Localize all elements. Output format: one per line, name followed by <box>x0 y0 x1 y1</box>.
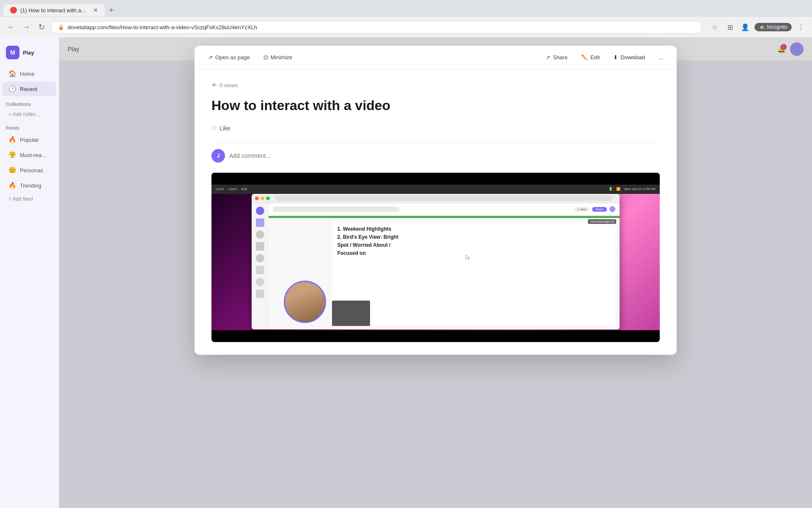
active-tab[interactable]: (1) How to interact with a vide... ✕ <box>3 4 105 16</box>
video-text-line-2: 2. Bird's Eye View: Bright <box>337 233 610 241</box>
video-frame[interactable]: Loom Learn Edit 🔋 📶 Wed Jun 22 4:39 PM <box>211 173 660 342</box>
edit-button[interactable]: ✏️ Edit <box>576 52 605 63</box>
loom-nav-icon-3 <box>256 242 264 251</box>
modal-overlay[interactable]: ↗ Open as page ⊡ Minimize ↗ Share ✏️ <box>59 37 812 508</box>
sidebar-item-mustread-label: Must-rea... <box>20 152 46 158</box>
view-count-text: 1 view <box>578 208 586 211</box>
add-collection-label: + Add collec... <box>8 111 40 117</box>
new-tab-button[interactable]: + <box>107 5 116 16</box>
views-text: 0 views <box>219 82 238 88</box>
minimize-dot <box>261 196 264 200</box>
loom-search-bar <box>273 207 400 212</box>
minimize-icon: ⊡ <box>263 54 268 61</box>
loom-share-badge: Share <box>592 207 607 212</box>
video-container: Loom Learn Edit 🔋 📶 Wed Jun 22 4:39 PM <box>211 173 660 342</box>
sidebar-item-home[interactable]: 🏠 Home <box>3 66 56 81</box>
lock-icon: 🔒 <box>58 24 64 30</box>
loom-nav-icon-1 <box>256 218 264 227</box>
sidebar-item-must-read[interactable]: 😤 Must-rea... <box>3 148 56 162</box>
more-options-button[interactable]: ... <box>653 52 668 63</box>
menu-icon[interactable]: ⋮ <box>795 21 807 33</box>
mustread-icon: 😤 <box>8 151 16 159</box>
loom-nav-icon-4 <box>256 254 264 262</box>
download-button[interactable]: ⬇ Download <box>608 52 650 63</box>
video-text-content: 1. Weekend Highlights 2. Bird's Eye View… <box>337 225 610 258</box>
nav-right: ☆ ⊞ 👤 🕵 Incognito ⋮ <box>709 21 807 33</box>
video-bottom-bar <box>211 330 660 342</box>
modal-actions: ♡ Like <box>211 125 660 132</box>
views-badge: 1 view <box>574 207 590 212</box>
sidebar-item-personas-label: Personas <box>20 167 43 174</box>
eye-icon: 👁 <box>211 82 217 88</box>
sidebar-item-popular[interactable]: 🔥 Popular <box>3 133 56 147</box>
profile-icon[interactable]: 👤 <box>739 21 751 33</box>
views-count: 👁 0 views <box>211 82 660 88</box>
battery-icon: 🔋 <box>609 187 613 191</box>
loom-logo-icon <box>256 207 264 215</box>
like-button[interactable]: ♡ Like <box>211 125 230 132</box>
popular-icon: 🔥 <box>8 136 16 144</box>
loom-topbar-actions: 1 view Share <box>574 206 615 212</box>
feeds-section-label: Feeds <box>0 120 59 132</box>
incognito-button[interactable]: 🕵 Incognito <box>754 23 792 31</box>
trending-icon: 🔥 <box>8 182 16 189</box>
address-bar[interactable]: 🔒 dovetailapp.com/files/How-to-interact-… <box>51 21 702 33</box>
browser-chrome: (1) How to interact with a vide... ✕ + ←… <box>0 0 812 37</box>
small-video-thumb <box>332 301 370 326</box>
recent-icon: 🕐 <box>8 85 16 93</box>
forward-button[interactable]: → <box>20 21 32 33</box>
sidebar-item-trending[interactable]: 🔥 Trending <box>3 178 56 193</box>
loom-sidebar <box>252 203 269 329</box>
open-as-page-button[interactable]: ↗ Open as page <box>203 52 255 63</box>
face-cam-circle <box>284 281 326 323</box>
open-as-page-icon: ↗ <box>208 54 213 61</box>
video-text-line-3: Spot / Worried About / <box>337 241 610 249</box>
incognito-label: Incognito <box>767 24 787 30</box>
edit-menu-item: Edit <box>241 187 247 191</box>
sidebar-item-personas[interactable]: 😊 Personas <box>3 163 56 177</box>
modal-title: How to interact with a video <box>211 97 660 115</box>
loom-nav-icon-5 <box>256 266 264 274</box>
transcript-button[interactable]: View transcript (4) <box>588 219 616 224</box>
sidebar-item-trending-label: Trending <box>20 182 41 189</box>
modal-toolbar-right: ↗ Share ✏️ Edit ⬇ Download ... <box>540 52 668 63</box>
minimize-button[interactable]: ⊡ Minimize <box>258 52 297 63</box>
edit-label: Edit <box>590 54 600 61</box>
personas-icon: 😊 <box>8 166 16 174</box>
commenter-avatar: J <box>211 149 225 163</box>
app-container: M Play 🏠 Home 🕐 Recent Collections + Add… <box>0 37 812 508</box>
share-icon: ↗ <box>546 54 550 61</box>
sidebar-item-recent[interactable]: 🕐 Recent <box>3 82 56 96</box>
url-text: dovetailapp.com/files/How-to-interact-wi… <box>68 24 257 30</box>
tab-title: (1) How to interact with a vide... <box>20 7 88 14</box>
sidebar-item-recent-label: Recent <box>20 86 37 92</box>
reload-button[interactable]: ↻ <box>36 21 47 33</box>
browser-tabs: (1) How to interact with a vide... ✕ + <box>0 0 812 17</box>
clock-text: Wed Jun 22 4:39 PM <box>624 187 656 191</box>
share-button[interactable]: ↗ Share <box>540 52 573 63</box>
sidebar-item-popular-label: Popular <box>20 137 39 143</box>
grid-icon[interactable]: ⊞ <box>724 21 736 33</box>
back-button[interactable]: ← <box>5 21 17 33</box>
modal: ↗ Open as page ⊡ Minimize ↗ Share ✏️ <box>195 46 677 355</box>
loom-nav-icon-6 <box>256 278 264 286</box>
tab-close-icon[interactable]: ✕ <box>93 7 98 14</box>
macos-menu: Loom Learn Edit <box>216 187 247 191</box>
workspace-avatar[interactable]: M <box>6 46 19 59</box>
download-icon: ⬇ <box>613 54 618 61</box>
incognito-icon: 🕵 <box>759 24 765 30</box>
add-collection-button[interactable]: + Add collec... <box>3 109 56 120</box>
add-feed-label: + Add feed <box>8 196 33 202</box>
window-content: 1 view Share <box>252 203 619 329</box>
bookmark-icon[interactable]: ☆ <box>709 21 721 33</box>
comment-input[interactable] <box>229 149 660 163</box>
add-feed-button[interactable]: + Add feed <box>3 193 56 204</box>
workspace-header: M Play <box>0 42 59 66</box>
comment-row: J <box>211 149 660 163</box>
browser-window: 1 view Share <box>252 194 619 329</box>
video-text-line-1: 1. Weekend Highlights <box>337 225 610 233</box>
video-text-line-4: Focused on <box>337 249 610 257</box>
wifi-icon: 📶 <box>616 187 620 191</box>
progress-bar <box>269 216 619 218</box>
learn-menu-item: Learn <box>228 187 237 191</box>
